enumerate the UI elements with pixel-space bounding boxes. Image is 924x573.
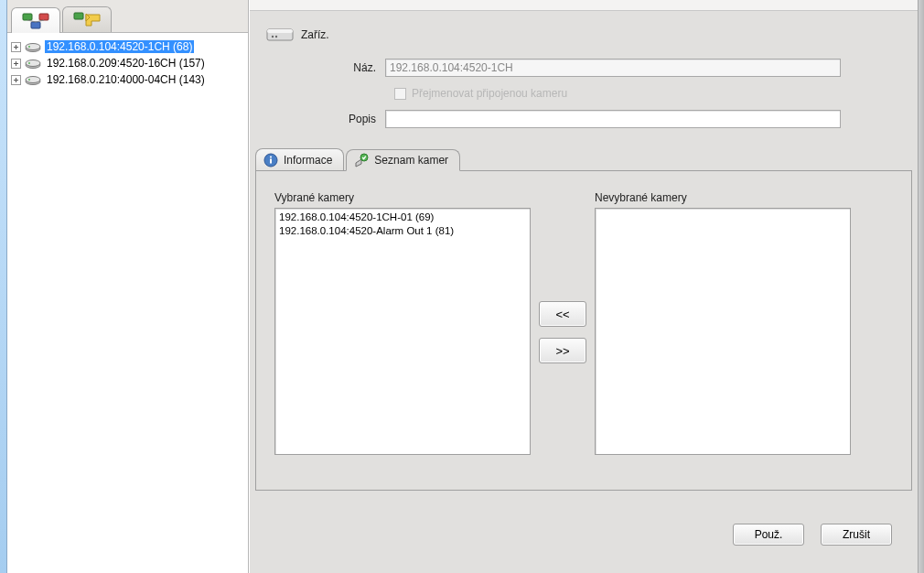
tree-item-label: 192.168.0.209:4520-16CH (157) — [45, 57, 207, 70]
tab-camera-list[interactable]: Seznam kamer — [346, 149, 460, 171]
rename-checkbox-label: Přejmenovat připojenou kameru — [412, 87, 567, 100]
svg-rect-2 — [31, 22, 40, 28]
tree-expander-icon[interactable] — [11, 75, 21, 85]
tab-info-label: Informace — [284, 154, 332, 167]
tree-expander-icon[interactable] — [11, 42, 21, 52]
device-icon — [25, 41, 41, 52]
svg-point-19 — [272, 36, 274, 38]
list-item[interactable]: 192.168.0.104:4520-Alarm Out 1 (81) — [279, 224, 526, 238]
list-item[interactable]: 192.168.0.104:4520-1CH-01 (69) — [279, 211, 526, 224]
tree-expander-icon[interactable] — [11, 59, 21, 69]
main-panel: Zaříz. Náz. Přejmenovat připojenou kamer… — [249, 0, 918, 573]
camera-list-icon — [354, 153, 369, 168]
window-right-edge — [918, 0, 924, 573]
selected-list-label: Vybrané kamery — [274, 191, 531, 204]
unselected-cameras-list[interactable] — [595, 208, 851, 455]
tab-camera-list-label: Seznam kamer — [374, 154, 448, 167]
name-input[interactable] — [385, 59, 841, 77]
tree-item-label: 192.168.0.210:4000-04CH (143) — [45, 73, 207, 86]
desc-input[interactable] — [385, 110, 841, 128]
device-form: Zaříz. Náz. Přejmenovat připojenou kamer… — [250, 11, 918, 145]
selected-cameras-list[interactable]: 192.168.0.104:4520-1CH-01 (69) 192.168.0… — [274, 208, 531, 455]
device-heading: Zaříz. — [266, 26, 901, 44]
device-large-icon — [266, 26, 294, 44]
svg-point-15 — [26, 77, 40, 83]
name-label: Náz. — [266, 61, 385, 74]
svg-point-10 — [28, 46, 30, 48]
svg-point-23 — [270, 156, 272, 157]
svg-rect-22 — [270, 158, 272, 163]
svg-rect-1 — [39, 14, 48, 20]
svg-point-16 — [28, 79, 30, 81]
tab-content: Vybrané kamery 192.168.0.104:4520-1CH-01… — [255, 170, 912, 491]
device-tree-panel: 192.168.0.104:4520-1CH (68) 192.168.0.20… — [7, 0, 249, 573]
layout-ruler-icon — [73, 12, 101, 28]
device-icon — [25, 74, 41, 85]
svg-rect-5 — [74, 13, 83, 19]
move-left-button[interactable]: << — [539, 301, 586, 327]
apply-button[interactable]: Použ. — [733, 524, 804, 546]
tree-item-device[interactable]: 192.168.0.104:4520-1CH (68) — [11, 38, 244, 55]
device-tree: 192.168.0.104:4520-1CH (68) 192.168.0.20… — [7, 33, 248, 573]
network-device-icon — [22, 13, 49, 29]
svg-point-9 — [26, 44, 40, 50]
tree-tab-layout[interactable] — [62, 6, 112, 32]
tree-item-device[interactable]: 192.168.0.209:4520-16CH (157) — [11, 55, 244, 71]
tree-tab-devices[interactable] — [11, 7, 60, 33]
window-left-accent — [0, 0, 7, 573]
rename-checkbox[interactable] — [394, 88, 406, 100]
tree-item-device[interactable]: 192.168.0.210:4000-04CH (143) — [11, 71, 244, 88]
unselected-list-label: Nevybrané kamery — [595, 191, 851, 204]
tree-item-label: 192.168.0.104:4520-1CH (68) — [45, 40, 194, 53]
desc-label: Popis — [266, 113, 385, 125]
svg-point-13 — [28, 62, 30, 64]
device-heading-text: Zaříz. — [301, 28, 329, 41]
svg-point-12 — [26, 60, 40, 67]
svg-rect-0 — [23, 14, 32, 20]
tabs: Informace Seznam kamer — [250, 145, 918, 170]
toolbar-spacer — [250, 0, 918, 11]
move-right-button[interactable]: >> — [539, 338, 586, 363]
cancel-button[interactable]: Zrušit — [821, 524, 892, 546]
svg-rect-18 — [267, 29, 293, 33]
svg-point-20 — [275, 36, 277, 38]
device-icon — [25, 58, 41, 69]
left-tabs — [7, 0, 248, 33]
tab-info[interactable]: Informace — [255, 148, 344, 170]
info-icon — [263, 153, 278, 168]
